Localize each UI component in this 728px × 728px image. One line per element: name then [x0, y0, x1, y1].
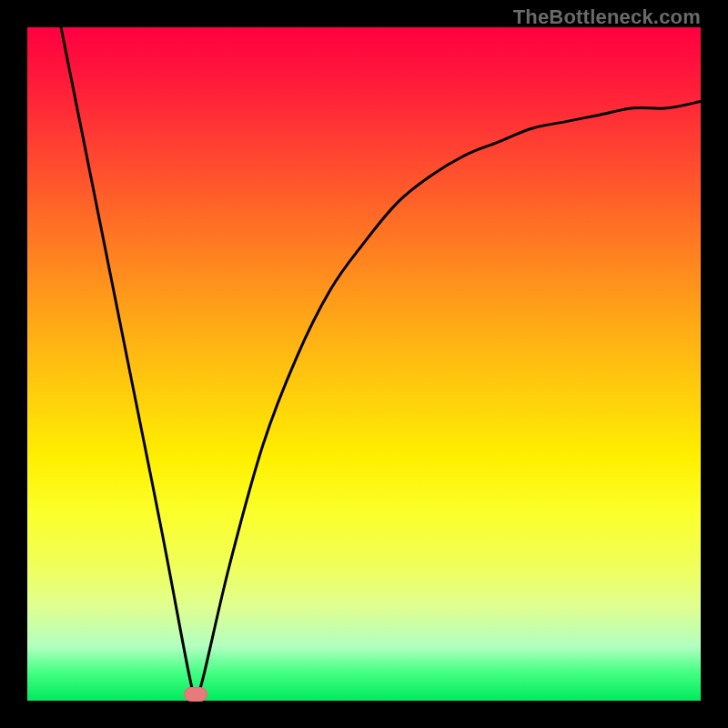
bottleneck-curve — [27, 27, 701, 701]
chart-frame: TheBottleneck.com — [0, 0, 728, 728]
watermark-text: TheBottleneck.com — [513, 5, 701, 29]
plot-area — [27, 27, 701, 701]
optimum-marker — [184, 687, 207, 702]
